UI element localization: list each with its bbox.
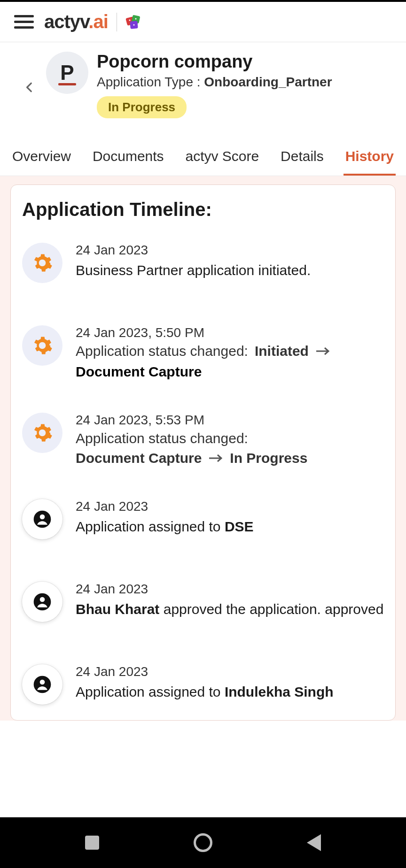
- apptype-value: Onboarding_Partner: [204, 75, 332, 89]
- tab-documents[interactable]: Documents: [91, 143, 166, 176]
- company-header: P Popcorn company Application Type : Onb…: [0, 42, 406, 124]
- status-change-label: Application status changed:: [76, 343, 248, 359]
- timeline-text: Application assigned to Indulekha Singh: [76, 682, 384, 702]
- history-panel: Application Timeline: 24 Jan 2023 Busine…: [0, 176, 406, 721]
- brand-logo[interactable]: actyv.ai: [44, 11, 108, 32]
- gear-icon: [22, 243, 62, 283]
- status-from: Document Capture: [76, 450, 202, 466]
- timeline-item: 24 Jan 2023, 5:50 PM Application status …: [22, 325, 384, 380]
- brand-name-part1: actyv: [44, 11, 88, 32]
- status-change-line: Application status changed:: [76, 430, 384, 446]
- timeline-text: Bhau Kharat approved the application. ap…: [76, 599, 384, 619]
- timeline-card: Application Timeline: 24 Jan 2023 Busine…: [10, 184, 396, 721]
- timeline-text-bold: DSE: [225, 519, 254, 534]
- timeline-date: 24 Jan 2023: [76, 499, 384, 514]
- timeline-date: 24 Jan 2023: [76, 243, 384, 258]
- status-to: Document Capture: [76, 364, 384, 380]
- logo-divider: [117, 13, 117, 31]
- status-change-line: Application status changed: Initiated: [76, 343, 384, 359]
- person-icon: [22, 499, 62, 539]
- company-avatar: P: [46, 52, 88, 94]
- svg-point-4: [135, 18, 136, 19]
- svg-point-5: [133, 24, 134, 25]
- back-button[interactable]: [23, 81, 38, 95]
- home-button[interactable]: [194, 833, 212, 852]
- timeline-text: Application assigned to DSE: [76, 517, 384, 537]
- timeline-date: 24 Jan 2023: [76, 582, 384, 597]
- timeline-text-prefix: Application assigned to: [76, 684, 225, 699]
- gear-icon: [22, 413, 62, 453]
- back-button-nav[interactable]: [307, 834, 321, 851]
- top-bar: actyv.ai: [0, 2, 406, 42]
- timeline-heading: Application Timeline:: [22, 199, 384, 220]
- brand-dot: .: [88, 11, 93, 32]
- status-to: In Progress: [230, 450, 307, 466]
- person-icon: [22, 664, 62, 705]
- tab-actyv-score[interactable]: actyv Score: [183, 143, 261, 176]
- status-change-label: Application status changed:: [76, 430, 248, 446]
- status-badge: In Progress: [97, 96, 187, 118]
- svg-point-3: [129, 19, 130, 21]
- android-nav-bar: [0, 817, 406, 868]
- timeline-text: Business Partner application initiated.: [76, 261, 384, 280]
- arrow-right-icon: [208, 453, 223, 463]
- timeline-item: 24 Jan 2023 Application assigned to DSE: [22, 499, 384, 539]
- timeline-item: 24 Jan 2023, 5:53 PM Application status …: [22, 413, 384, 466]
- gear-icon: [22, 325, 62, 366]
- tab-details[interactable]: Details: [279, 143, 326, 176]
- menu-icon[interactable]: [14, 12, 34, 32]
- status-change-values: Document Capture In Progress: [76, 450, 384, 466]
- timeline-text-bold: Indulekha Singh: [225, 684, 334, 699]
- svg-point-11: [40, 597, 45, 602]
- status-from: Initiated: [255, 343, 309, 359]
- timeline-text-bold: Bhau Kharat: [76, 601, 159, 617]
- company-info: Popcorn company Application Type : Onboa…: [97, 52, 332, 118]
- company-name: Popcorn company: [97, 52, 332, 72]
- svg-point-13: [40, 680, 45, 685]
- timeline-item: 24 Jan 2023 Application assigned to Indu…: [22, 664, 384, 705]
- application-type: Application Type : Onboarding_Partner: [97, 75, 332, 90]
- timeline-date: 24 Jan 2023: [76, 664, 384, 679]
- timeline-item: 24 Jan 2023 Business Partner application…: [22, 243, 384, 283]
- tabs: Overview Documents actyv Score Details H…: [0, 124, 406, 176]
- arrow-right-icon: [315, 346, 330, 356]
- timeline-text-prefix: Application assigned to: [76, 519, 225, 534]
- person-icon: [22, 582, 62, 622]
- timeline-item: 24 Jan 2023 Bhau Kharat approved the app…: [22, 582, 384, 622]
- svg-point-9: [40, 515, 45, 520]
- dice-icon[interactable]: [125, 14, 142, 31]
- brand-name-part2: ai: [93, 11, 108, 32]
- apptype-label: Application Type :: [97, 75, 204, 89]
- tab-history[interactable]: History: [344, 143, 396, 176]
- recent-apps-button[interactable]: [85, 836, 99, 850]
- avatar-letter: P: [60, 61, 74, 84]
- timeline-date: 24 Jan 2023, 5:50 PM: [76, 325, 384, 340]
- timeline-text-suffix: approved the application. approved: [159, 601, 383, 617]
- tab-overview[interactable]: Overview: [10, 143, 73, 176]
- timeline-date: 24 Jan 2023, 5:53 PM: [76, 413, 384, 428]
